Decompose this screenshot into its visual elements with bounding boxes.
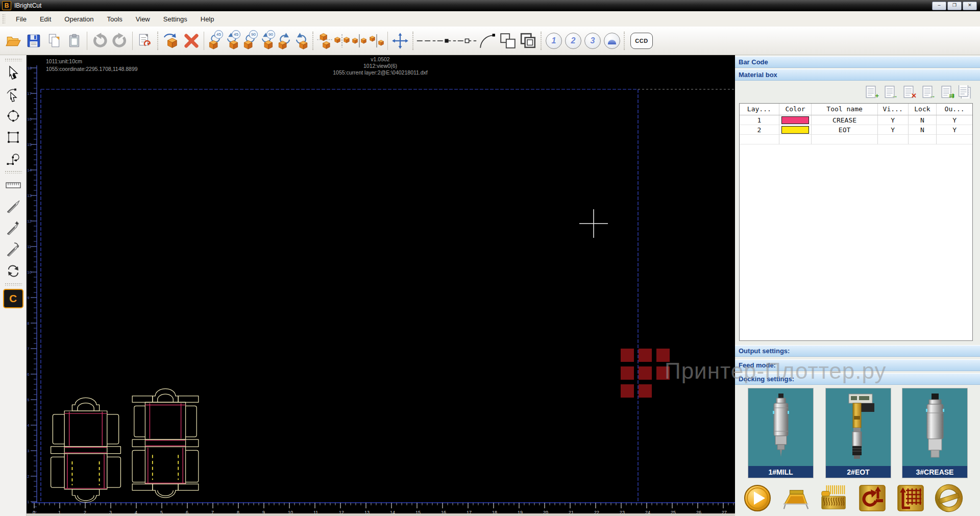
paste-button[interactable] <box>64 30 85 52</box>
color-swatch[interactable] <box>781 126 810 134</box>
rotate-free-ccw-button[interactable] <box>276 30 293 52</box>
line-style-dash-button[interactable] <box>416 30 436 52</box>
maximize-button[interactable]: ❐ <box>947 2 962 10</box>
view-1-label: 1 <box>552 36 556 45</box>
open-button[interactable] <box>3 30 23 52</box>
copy-button[interactable] <box>44 30 64 52</box>
rotate-90-cw-button[interactable]: 90 <box>258 30 276 52</box>
section-material-box[interactable]: Material box <box>735 69 980 81</box>
knife-add-tool[interactable] <box>3 217 23 239</box>
table-row[interactable]: 1CREASEYNY <box>740 115 972 125</box>
menu-item-operation[interactable]: Operation <box>58 13 100 25</box>
svg-text:6: 6 <box>27 372 30 377</box>
ccd-button[interactable]: CCD <box>630 33 653 49</box>
node-edit-tool[interactable] <box>3 84 23 105</box>
knife-curve-tool[interactable] <box>3 239 23 260</box>
undo-button[interactable] <box>89 30 110 52</box>
line-style-node-open-button[interactable] <box>457 30 477 52</box>
brush-button[interactable] <box>820 484 848 512</box>
section-docking-settings[interactable]: Docking settings: <box>735 373 980 385</box>
grid-origin-button[interactable] <box>896 484 925 512</box>
export-layer-button[interactable]: → <box>921 85 935 99</box>
rotate-origin-button[interactable] <box>858 484 887 512</box>
box-transform-button[interactable] <box>161 30 181 52</box>
view-1-button[interactable]: 1 <box>546 33 562 49</box>
rotate-45-ccw-button[interactable]: 45 <box>206 30 224 52</box>
rotate-cw-icon <box>293 31 310 51</box>
line-style-node-filled-button[interactable] <box>436 30 457 52</box>
tool-card-crease[interactable]: 3#CREASE <box>902 388 968 478</box>
rectangle-tool[interactable] <box>3 127 23 148</box>
crease-tool-image <box>902 388 967 466</box>
rotate-45-cw-button[interactable]: 45 <box>224 30 241 52</box>
table-row[interactable] <box>740 135 972 144</box>
play-icon <box>743 484 772 512</box>
svg-text:15: 15 <box>415 510 421 515</box>
save-button[interactable] <box>23 30 44 52</box>
section-feed-mode[interactable]: Feed mode: <box>735 359 980 371</box>
redo-button[interactable] <box>110 30 130 52</box>
knife-tool[interactable] <box>3 196 23 217</box>
arc-tool-button[interactable] <box>477 30 498 52</box>
add-layer-button[interactable]: + <box>864 85 878 99</box>
loop-tool[interactable] <box>3 260 23 282</box>
svg-text:24: 24 <box>645 510 650 515</box>
mirror-vertical-button[interactable] <box>351 30 368 52</box>
app-c-logo[interactable]: C <box>3 289 23 308</box>
line-node-open-icon <box>457 36 477 46</box>
view-3-button[interactable]: 3 <box>584 33 601 49</box>
rotate-90-ccw-button[interactable]: 90 <box>241 30 258 52</box>
combine-button[interactable] <box>498 30 518 52</box>
menu-item-file[interactable]: File <box>9 13 33 25</box>
feed-button[interactable] <box>781 484 810 512</box>
mirror-copy-button[interactable] <box>368 30 385 52</box>
mirror-horizontal-button[interactable] <box>333 30 351 52</box>
delete-layer-button[interactable]: ✕ <box>902 85 916 99</box>
copy-layers-button[interactable] <box>959 85 973 99</box>
import-button[interactable] <box>135 30 155 52</box>
svg-text:25: 25 <box>671 510 676 515</box>
export-all-button[interactable]: ⇉ <box>940 85 954 99</box>
menu-item-settings[interactable]: Settings <box>157 13 194 25</box>
rotate-free-cw-button[interactable] <box>293 30 310 52</box>
tool-card-eot[interactable]: 2#EOT <box>825 388 891 478</box>
menu-item-help[interactable]: Help <box>194 13 221 25</box>
view-2-button[interactable]: 2 <box>565 33 581 49</box>
rotate-90-label: 90 <box>266 30 275 39</box>
svg-text:3: 3 <box>109 510 112 515</box>
insert-layer-button[interactable]: → <box>883 85 897 99</box>
color-swatch[interactable] <box>781 116 810 124</box>
svg-text:2: 2 <box>27 474 30 479</box>
menu-item-tools[interactable]: Tools <box>100 13 129 25</box>
start-button[interactable] <box>743 484 772 512</box>
menu-item-view[interactable]: View <box>129 13 157 25</box>
menu-item-edit[interactable]: Edit <box>33 13 58 25</box>
measure-tool[interactable] <box>3 175 23 196</box>
minimize-button[interactable]: – <box>932 2 946 10</box>
import-doc-icon <box>137 33 153 49</box>
dieline-drawing-2[interactable] <box>132 389 199 498</box>
close-button[interactable]: ✕ <box>963 2 977 10</box>
svg-text:14: 14 <box>390 510 395 515</box>
view-all-button[interactable] <box>604 33 620 49</box>
table-cell: Y <box>878 115 909 125</box>
polyline-tool[interactable] <box>3 148 23 169</box>
group-button[interactable] <box>518 30 538 52</box>
section-output-settings[interactable]: Output settings: <box>735 345 980 357</box>
material-table[interactable]: Lay...ColorTool nameVi...LockOu...1CREAS… <box>739 103 973 341</box>
select-tool[interactable] <box>3 62 23 84</box>
drawing-canvas[interactable]: 181716151413121110987654321 012345678910… <box>27 55 735 516</box>
svg-text:13: 13 <box>364 510 370 515</box>
move-button[interactable] <box>390 30 410 52</box>
circle-tool[interactable] <box>3 105 23 127</box>
stop-button[interactable] <box>935 484 963 512</box>
array-copy-button[interactable] <box>316 30 333 52</box>
open-folder-icon <box>5 33 21 49</box>
svg-text:4: 4 <box>27 423 30 428</box>
dieline-drawing-1[interactable] <box>51 398 121 502</box>
delete-button[interactable] <box>181 30 202 52</box>
section-bar-code[interactable]: Bar Code <box>735 56 980 68</box>
tool-card-mill[interactable]: 1#MILL <box>748 388 814 478</box>
table-row[interactable]: 2EOTYNY <box>740 125 972 135</box>
right-panel: Bar Code Material box + → ✕ → ⇉ Lay...Co… <box>735 55 980 516</box>
